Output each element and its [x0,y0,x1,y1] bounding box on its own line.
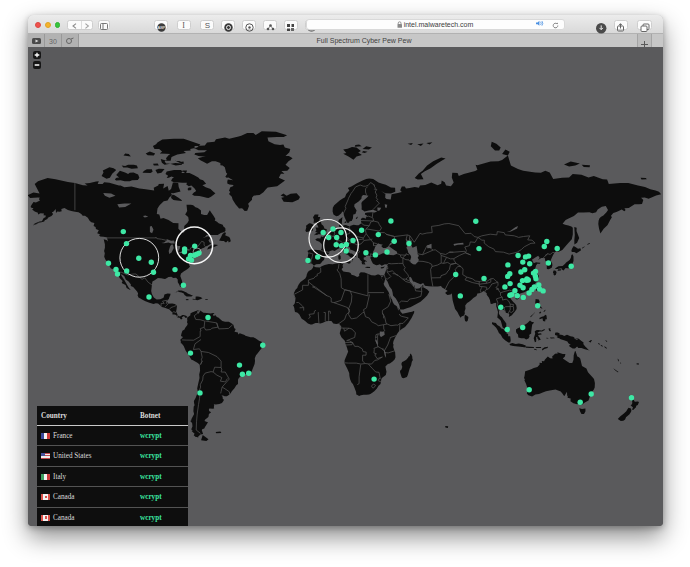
svg-text:ABP: ABP [157,25,165,30]
svg-text:30: 30 [49,37,57,44]
